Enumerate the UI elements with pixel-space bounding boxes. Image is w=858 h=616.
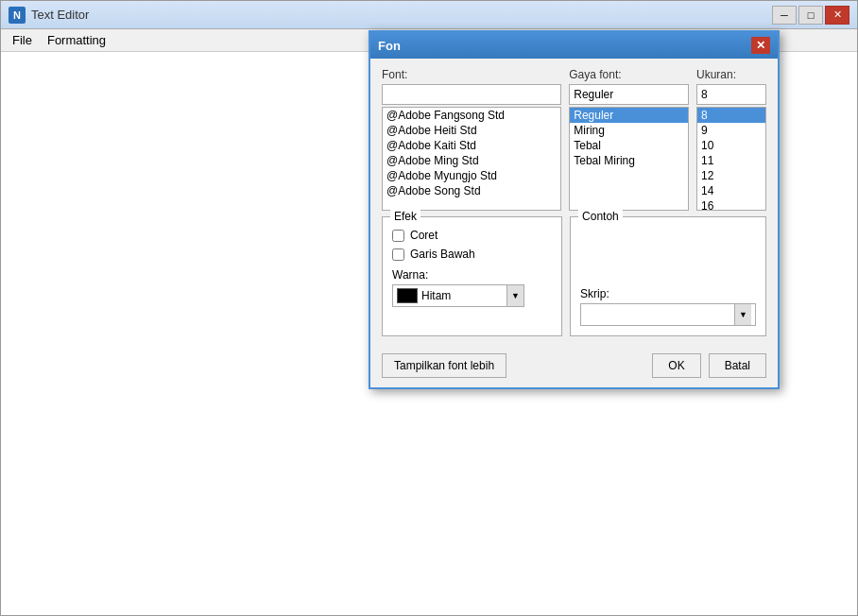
maximize-button[interactable]: □ (798, 6, 823, 25)
menu-formatting[interactable]: Formatting (40, 31, 113, 49)
cancel-button[interactable]: Batal (709, 353, 766, 378)
style-column: Gaya font: Reguler Miring Tebal Tebal Mi… (569, 68, 689, 211)
style-list-item-3[interactable]: Tebal Miring (570, 153, 688, 168)
size-listbox-inner[interactable]: 8 9 10 11 12 14 16 18 (697, 108, 765, 210)
font-dialog: Fon ✕ Font: @Adobe Fangsong Std @Adobe H… (369, 30, 780, 389)
warna-value: Hitam (421, 289, 506, 302)
skrip-label: Skrip: (580, 287, 756, 300)
font-list-item-3[interactable]: @Adobe Ming Std (383, 153, 560, 168)
font-listbox-inner[interactable]: @Adobe Fangsong Std @Adobe Heiti Std @Ad… (383, 108, 560, 210)
warna-select[interactable]: Hitam ▼ (392, 284, 524, 307)
size-column: Ukuran: 8 9 10 11 12 14 16 18 (696, 68, 766, 211)
footer-left: Tampilkan font lebih (382, 353, 506, 378)
size-list-item-2[interactable]: 10 (697, 138, 765, 153)
window-title: Text Editor (31, 8, 89, 22)
style-input[interactable] (569, 84, 689, 105)
style-list-item-2[interactable]: Tebal (570, 138, 688, 153)
size-list-item-4[interactable]: 12 (697, 168, 765, 183)
size-list-item-6[interactable]: 16 (697, 198, 765, 210)
skrip-dropdown-arrow[interactable]: ▼ (734, 304, 751, 325)
efek-group: Efek Coret Garis Bawah Warna: Hit (382, 216, 562, 336)
dialog-body: Font: @Adobe Fangsong Std @Adobe Heiti S… (370, 59, 778, 346)
style-list-item-0[interactable]: Reguler (570, 108, 688, 123)
dialog-close-button[interactable]: ✕ (751, 37, 770, 54)
font-input[interactable] (382, 84, 561, 105)
coret-label: Coret (410, 229, 438, 242)
font-listbox[interactable]: @Adobe Fangsong Std @Adobe Heiti Std @Ad… (382, 107, 561, 211)
size-label: Ukuran: (696, 68, 766, 81)
style-list-item-1[interactable]: Miring (570, 123, 688, 138)
size-list-item-1[interactable]: 9 (697, 123, 765, 138)
app-icon: N (9, 7, 26, 24)
title-bar-controls: ─ □ ✕ (772, 6, 849, 25)
menu-file[interactable]: File (5, 31, 40, 49)
garis-bawah-checkbox[interactable] (392, 248, 404, 261)
warna-row: Warna: Hitam ▼ (392, 268, 552, 307)
font-list-item-0[interactable]: @Adobe Fangsong Std (383, 108, 560, 123)
ok-button[interactable]: OK (652, 353, 700, 378)
font-list-item-4[interactable]: @Adobe Myungjo Std (383, 168, 560, 183)
size-listbox[interactable]: 8 9 10 11 12 14 16 18 (696, 107, 766, 211)
contoh-legend: Contoh (578, 210, 623, 223)
efek-inner: Coret Garis Bawah (392, 229, 552, 261)
warna-label: Warna: (392, 268, 552, 282)
color-swatch (397, 288, 418, 303)
title-bar-left: N Text Editor (9, 7, 89, 24)
font-list-item-2[interactable]: @Adobe Kaiti Std (383, 138, 560, 153)
coret-checkbox[interactable] (392, 230, 404, 242)
garis-bawah-label: Garis Bawah (410, 248, 475, 261)
title-bar: N Text Editor ─ □ ✕ (1, 1, 857, 29)
size-list-item-0[interactable]: 8 (697, 108, 765, 123)
show-fonts-button[interactable]: Tampilkan font lebih (382, 353, 506, 378)
contoh-preview (580, 223, 756, 280)
skrip-select[interactable]: ▼ (580, 303, 756, 326)
window-close-button[interactable]: ✕ (825, 6, 849, 25)
font-list-item-1[interactable]: @Adobe Heiti Std (383, 123, 560, 138)
size-input[interactable] (696, 84, 766, 105)
size-list-item-3[interactable]: 11 (697, 153, 765, 168)
font-mid-row: Efek Coret Garis Bawah Warna: Hit (382, 216, 766, 336)
style-listbox-inner[interactable]: Reguler Miring Tebal Tebal Miring (570, 108, 688, 210)
minimize-button[interactable]: ─ (772, 6, 797, 25)
dialog-footer: Tampilkan font lebih OK Batal (370, 346, 778, 387)
style-listbox[interactable]: Reguler Miring Tebal Tebal Miring (569, 107, 689, 211)
font-top-row: Font: @Adobe Fangsong Std @Adobe Heiti S… (382, 68, 766, 211)
style-label: Gaya font: (569, 68, 689, 81)
dialog-title-bar: Fon ✕ (370, 32, 778, 59)
footer-right: OK Batal (652, 353, 766, 378)
font-column: Font: @Adobe Fangsong Std @Adobe Heiti S… (382, 68, 561, 211)
coret-row[interactable]: Coret (392, 229, 552, 242)
skrip-row: Skrip: ▼ (580, 287, 756, 326)
font-list-item-5[interactable]: @Adobe Song Std (383, 183, 560, 198)
garis-bawah-row[interactable]: Garis Bawah (392, 248, 552, 261)
contoh-group: Contoh Skrip: ▼ (570, 216, 766, 336)
size-list-item-5[interactable]: 14 (697, 183, 765, 198)
dialog-close-icon: ✕ (756, 39, 765, 52)
dialog-title: Fon (378, 39, 401, 53)
warna-dropdown-arrow[interactable]: ▼ (506, 285, 523, 306)
font-label: Font: (382, 68, 561, 81)
efek-legend: Efek (390, 210, 420, 223)
